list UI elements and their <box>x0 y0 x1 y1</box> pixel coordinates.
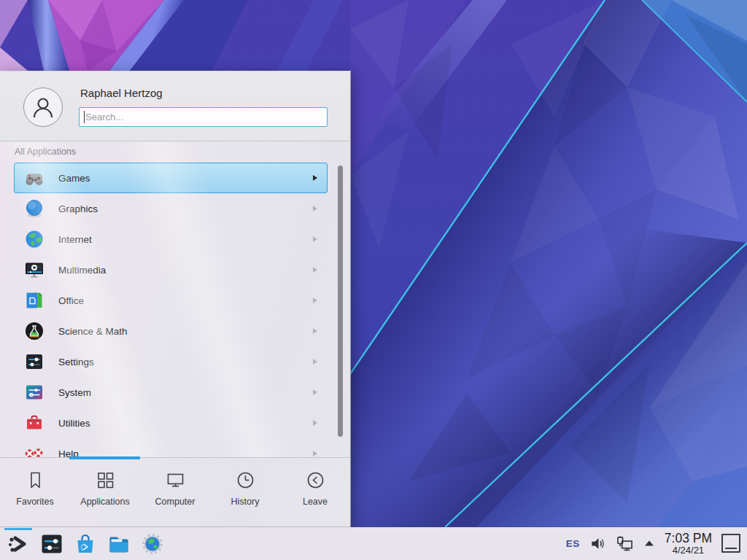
category-row-help[interactable]: Help <box>14 438 328 458</box>
category-row-settings[interactable]: Settings <box>14 346 328 377</box>
expand-tray-icon[interactable] <box>643 538 655 548</box>
science-math-icon <box>24 321 44 341</box>
submenu-arrow-icon <box>313 236 317 242</box>
web-browser-icon <box>141 532 164 556</box>
tab-leave[interactable]: Leave <box>280 459 350 527</box>
search-input[interactable] <box>80 108 327 126</box>
category-label: Settings <box>58 357 94 368</box>
tab-label: Computer <box>155 497 196 507</box>
category-row-games[interactable]: Games <box>14 163 328 193</box>
tab-applications[interactable]: Applications <box>70 459 140 527</box>
help-icon <box>24 443 44 458</box>
category-row-office[interactable]: Office <box>14 285 328 316</box>
tab-label: History <box>231 497 260 507</box>
network-icon[interactable] <box>616 535 634 552</box>
internet-icon <box>24 229 44 249</box>
taskbar-panel: ES 7:03 PM 4/24/21 <box>0 527 747 560</box>
tab-computer[interactable]: Computer <box>140 459 210 527</box>
application-launcher-menu: Raphael Hertzog All Applications <box>0 71 351 527</box>
category-row-multimedia[interactable]: Multimedia <box>14 254 328 285</box>
user-name: Raphael Hertzog <box>80 87 163 99</box>
menu-tabbar: Favorites Applications Computer <box>0 459 350 527</box>
submenu-arrow-icon <box>313 451 317 456</box>
section-label: All Applications <box>15 147 76 157</box>
submenu-arrow-icon <box>313 298 317 303</box>
category-row-internet[interactable]: Internet <box>14 224 328 254</box>
dolphin-folder-icon <box>107 532 131 556</box>
application-launcher-icon <box>7 532 30 556</box>
submenu-arrow-icon <box>313 328 317 334</box>
tab-favorites[interactable]: Favorites <box>0 459 70 527</box>
dolphin-file-manager-button[interactable] <box>107 532 131 556</box>
computer-monitor-icon <box>166 470 185 490</box>
category-label: Office <box>58 295 84 306</box>
clock-date: 4/24/21 <box>665 545 712 556</box>
tab-label: Applications <box>80 497 129 507</box>
history-clock-icon <box>236 470 255 490</box>
user-icon <box>31 95 55 120</box>
search-field <box>79 107 328 127</box>
category-row-graphics[interactable]: Graphics <box>14 193 328 224</box>
scrollbar[interactable] <box>338 166 343 437</box>
category-row-utilities[interactable]: Utilities <box>14 408 328 438</box>
tabbar-separator <box>0 457 350 458</box>
system-tray: ES 7:03 PM 4/24/21 <box>566 532 747 555</box>
taskbar-launchers <box>0 527 165 560</box>
submenu-arrow-icon <box>313 359 317 365</box>
system-settings-button[interactable] <box>39 532 64 556</box>
digital-clock[interactable]: 7:03 PM 4/24/21 <box>665 532 712 555</box>
system-settings-icon <box>40 532 63 556</box>
discover-button[interactable] <box>73 532 98 556</box>
menu-header: Raphael Hertzog <box>0 71 350 141</box>
user-avatar[interactable] <box>23 88 63 127</box>
tab-label: Favorites <box>16 497 53 507</box>
application-launcher-button[interactable] <box>6 532 31 556</box>
category-label: Graphics <box>58 203 98 214</box>
submenu-arrow-icon <box>313 267 317 273</box>
clock-time: 7:03 PM <box>665 532 712 545</box>
system-icon <box>24 382 44 402</box>
leave-icon <box>306 470 325 490</box>
keyboard-layout-indicator[interactable]: ES <box>566 538 580 549</box>
submenu-arrow-icon <box>313 206 317 211</box>
games-icon <box>24 168 44 188</box>
category-label: Games <box>58 173 90 184</box>
application-category-list: Games Graphics <box>0 163 350 458</box>
submenu-arrow-icon <box>313 175 317 181</box>
category-label: Utilities <box>58 418 90 429</box>
category-label: Multimedia <box>58 265 106 276</box>
show-desktop-button[interactable] <box>721 534 740 553</box>
web-browser-button[interactable] <box>140 532 165 556</box>
tab-label: Leave <box>303 497 328 507</box>
volume-icon[interactable] <box>589 535 606 552</box>
multimedia-icon <box>24 260 44 280</box>
favorites-bookmark-icon <box>26 470 45 490</box>
tab-history[interactable]: History <box>210 459 280 527</box>
applications-grid-icon <box>96 470 115 490</box>
category-row-science-math[interactable]: Science & Math <box>14 316 328 346</box>
category-label: System <box>58 387 91 398</box>
submenu-arrow-icon <box>313 389 317 395</box>
utilities-icon <box>24 413 44 433</box>
settings-icon <box>24 351 44 372</box>
graphics-icon <box>24 198 44 219</box>
desktop: Raphael Hertzog All Applications <box>0 0 747 560</box>
office-icon <box>24 290 44 311</box>
category-label: Science & Math <box>58 326 128 337</box>
discover-icon <box>74 532 97 556</box>
category-label: Internet <box>58 234 92 245</box>
category-row-system[interactable]: System <box>14 377 328 408</box>
submenu-arrow-icon <box>313 420 317 426</box>
